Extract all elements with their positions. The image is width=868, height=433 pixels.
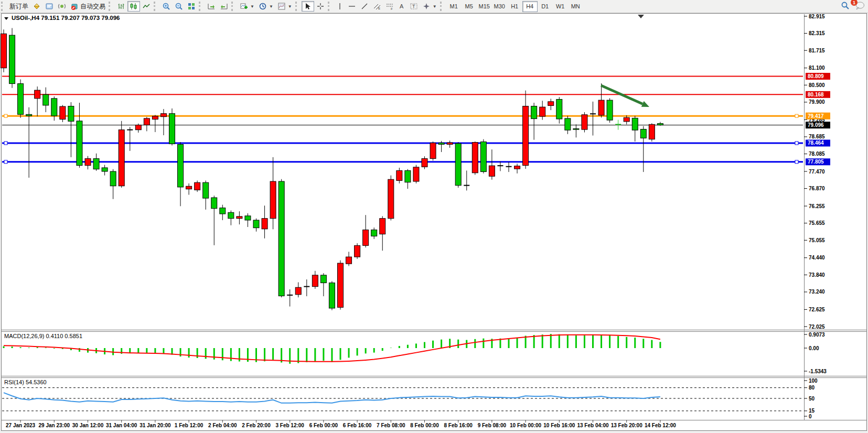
chevron-down-icon: ▼ xyxy=(269,4,273,9)
time-axis-label: 10 Feb 00:00 xyxy=(510,423,541,428)
channel-button[interactable]: E xyxy=(371,1,383,12)
price-axis-label: 72.625 xyxy=(809,307,825,312)
tile-windows-button[interactable] xyxy=(185,1,198,12)
shapes-button[interactable]: ▼ xyxy=(420,1,439,12)
timeframe-MN[interactable]: MN xyxy=(568,1,583,12)
candlestick-chart-button[interactable] xyxy=(127,1,140,12)
timeframe-M1[interactable]: M1 xyxy=(446,1,462,12)
time-axis-label: 7 Feb 08:00 xyxy=(377,423,405,428)
macd-axis-label: 0.00 xyxy=(809,345,819,351)
price-axis-label: 78.685 xyxy=(809,134,825,139)
timeframe-group: M1M5M15M30H1H4D1W1MN xyxy=(446,1,583,12)
rsi-axis-label: 100 xyxy=(809,378,818,384)
timeframe-M5[interactable]: M5 xyxy=(462,1,477,12)
cursor-icon xyxy=(304,2,312,10)
price-axis-label: 80.500 xyxy=(809,82,825,88)
toolbar-grip[interactable] xyxy=(199,2,204,11)
svg-text:77.805: 77.805 xyxy=(808,159,824,165)
price-axis-label: 77.470 xyxy=(809,169,825,175)
chat-button[interactable]: 1 xyxy=(855,1,865,12)
time-axis-label: 2 Feb 04:00 xyxy=(208,423,237,428)
price-axis-label: 72.025 xyxy=(809,324,825,330)
price-axis-label: 82.915 xyxy=(809,14,825,19)
toolbar-grip[interactable] xyxy=(328,2,333,11)
tile-windows-icon xyxy=(187,2,196,10)
chart-shift-button[interactable] xyxy=(218,1,230,12)
trendline-icon xyxy=(360,2,369,10)
timeframe-W1[interactable]: W1 xyxy=(553,1,568,12)
price-axis-label: 81.715 xyxy=(809,48,825,53)
toolbar-grip[interactable] xyxy=(109,2,114,11)
text-label-icon: T xyxy=(410,2,418,10)
trendline-button[interactable] xyxy=(358,1,371,12)
timeframe-H1[interactable]: H1 xyxy=(507,1,522,12)
chevron-down-icon: ▼ xyxy=(433,4,437,9)
time-axis-label: 3 Feb 12:00 xyxy=(275,423,304,428)
periods-button[interactable]: ▼ xyxy=(256,1,275,12)
bar-chart-button[interactable] xyxy=(115,1,127,12)
shapes-icon xyxy=(422,2,431,10)
toolbar-grip[interactable] xyxy=(1,2,6,11)
time-axis-label: 2 Feb 20:00 xyxy=(242,423,271,428)
toolbar-grip[interactable] xyxy=(295,2,301,11)
orders-button[interactable] xyxy=(30,1,43,12)
time-axis-label: 27 Jan 2023 xyxy=(6,423,36,428)
cursor-button[interactable] xyxy=(302,1,314,12)
zoom-out-button[interactable] xyxy=(173,1,185,12)
add-indicator-button[interactable]: ▼ xyxy=(238,1,256,12)
price-axis-label: 73.240 xyxy=(809,289,825,295)
search-icon[interactable] xyxy=(841,1,850,12)
rsi-label: RSI(14) 54.5360 xyxy=(4,379,47,385)
fibonacci-icon: F xyxy=(385,2,394,10)
templates-button[interactable]: ▼ xyxy=(275,1,294,12)
price-axis-label: 75.055 xyxy=(809,237,825,243)
toolbar-right: 1 xyxy=(841,0,865,13)
svg-text:78.464: 78.464 xyxy=(808,140,824,146)
timeframe-M30[interactable]: M30 xyxy=(492,1,507,12)
fibonacci-button[interactable]: F xyxy=(383,1,396,12)
symbol-title: USOil-,H4 79.151 79.207 79.073 79.096 xyxy=(12,15,120,21)
svg-text:T: T xyxy=(412,4,415,9)
vertical-line-icon xyxy=(336,2,344,10)
market-watch-button[interactable] xyxy=(43,1,56,12)
main-toolbar: 新订单 自动交易 ▼ ▼ xyxy=(0,0,868,13)
toolbar-grip[interactable] xyxy=(154,2,159,11)
auto-scroll-button[interactable] xyxy=(205,1,218,12)
crosshair-button[interactable] xyxy=(314,1,327,12)
chart-shift-icon xyxy=(220,2,228,10)
price-axis-label: 82.315 xyxy=(809,30,825,36)
text-icon: A xyxy=(398,2,405,10)
toolbar-grip[interactable] xyxy=(440,2,445,11)
time-axis-label: 13 Feb 20:00 xyxy=(611,423,642,428)
macd-label: MACD(12,26,9) 0.4110 0.5851 xyxy=(4,333,82,339)
timeframe-D1[interactable]: D1 xyxy=(538,1,553,12)
horizontal-line-button[interactable] xyxy=(346,1,358,12)
bar-chart-icon xyxy=(117,2,125,10)
new-order-label: 新订单 xyxy=(9,2,28,11)
time-axis-label: 31 Jan 04:00 xyxy=(106,423,137,428)
signals-button[interactable] xyxy=(56,1,68,12)
text-label-button[interactable]: T xyxy=(408,1,420,12)
line-chart-button[interactable] xyxy=(140,1,153,12)
rsi-axis-label: 0 xyxy=(809,414,812,419)
zoom-in-button[interactable] xyxy=(160,1,173,12)
toolbar-grip[interactable] xyxy=(231,2,237,11)
timeframe-H4[interactable]: H4 xyxy=(522,1,538,12)
candlestick-chart-icon xyxy=(130,2,138,10)
time-axis-label: 6 Feb 16:00 xyxy=(343,423,372,428)
new-order-button[interactable]: 新订单 xyxy=(7,1,30,12)
text-button[interactable]: A xyxy=(396,1,408,12)
vertical-line-button[interactable] xyxy=(334,1,346,12)
time-axis-label: 1 Feb 12:00 xyxy=(175,423,203,428)
zoom-out-icon xyxy=(175,2,183,10)
timeframe-M15[interactable]: M15 xyxy=(477,1,492,12)
time-axis-label: 30 Jan 12:00 xyxy=(72,423,104,428)
chart-area[interactable]: 82.91582.31581.71581.10080.50079.90079.2… xyxy=(0,0,868,433)
time-axis-label: 8 Feb 16:00 xyxy=(444,423,473,428)
svg-text:A: A xyxy=(400,3,404,9)
chart-title: USOil-,H4 79.151 79.207 79.073 79.096 xyxy=(4,15,120,21)
auto-trading-button[interactable]: 自动交易 xyxy=(68,1,108,12)
zoom-in-icon xyxy=(162,2,170,10)
periods-icon xyxy=(259,2,267,10)
rsi-axis-label: 80 xyxy=(809,385,815,391)
